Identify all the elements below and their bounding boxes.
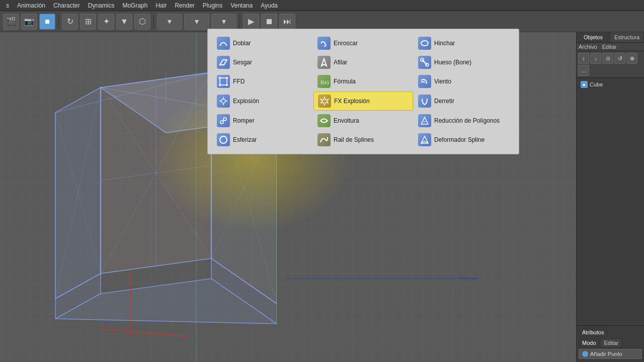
menu-item-dynamics[interactable]: Dynamics bbox=[84, 1, 119, 10]
svg-point-41 bbox=[221, 99, 225, 103]
menu-viento[interactable]: Viento bbox=[414, 72, 514, 90]
toolbar-btn-hex[interactable]: ⬡ bbox=[134, 14, 150, 30]
rt-btn-more[interactable]: … bbox=[578, 65, 589, 76]
svg-marker-31 bbox=[321, 59, 327, 66]
menu-ffd[interactable]: FFD bbox=[213, 72, 312, 90]
menu-bar: s Animación Character Dynamics MoGraph H… bbox=[0, 0, 644, 11]
object-cube[interactable]: ■ Cube bbox=[579, 80, 642, 89]
toolbar-separator-2 bbox=[153, 15, 154, 29]
toolbar-btn-dropdown1[interactable]: ▾ bbox=[157, 14, 182, 30]
afilar-icon bbox=[317, 56, 331, 69]
menu-reduccion[interactable]: Reducción de Polígonos bbox=[414, 112, 514, 130]
menu-deformador-spline[interactable]: Deformador Spline bbox=[414, 131, 514, 149]
menu-item-mograph[interactable]: MoGraph bbox=[118, 1, 151, 10]
menu-explosion[interactable]: Explosión bbox=[213, 92, 312, 111]
menu-item-render[interactable]: Render bbox=[171, 1, 198, 10]
right-toolbar: ↕ ↓ ⊙ ↺ ⊕ … bbox=[577, 51, 644, 78]
svg-point-38 bbox=[219, 84, 221, 86]
rt-btn-rotate[interactable]: ↺ bbox=[614, 53, 625, 64]
cube-label: Cube bbox=[590, 81, 603, 87]
editar-attr-btn[interactable]: Editar bbox=[601, 338, 622, 347]
menu-hinchar[interactable]: Hinchar bbox=[414, 34, 514, 52]
toolbar-btn-record[interactable]: 🎬 bbox=[3, 14, 19, 30]
hueso-label: Hueso (Bone) bbox=[434, 59, 471, 66]
fx-explosion-label: FX Explosión bbox=[334, 98, 370, 105]
rt-btn-plus[interactable]: ⊕ bbox=[626, 53, 637, 64]
svg-line-48 bbox=[223, 120, 224, 121]
menu-item-ventana[interactable]: Ventana bbox=[226, 1, 257, 10]
sesgar-label: Sesgar bbox=[233, 59, 252, 66]
deformador-spline-icon bbox=[418, 133, 431, 146]
hinchar-icon bbox=[418, 37, 431, 50]
menu-envoltura[interactable]: Envoltura bbox=[313, 112, 413, 130]
ffd-label: FFD bbox=[233, 78, 245, 85]
toolbar-btn-star[interactable]: ✦ bbox=[98, 14, 114, 30]
ffd-icon bbox=[217, 75, 230, 88]
toolbar-btn-camera[interactable]: 📷 bbox=[21, 14, 37, 30]
bottom-right-panel: Atributos Modo Editar Añadir Punto bbox=[577, 325, 644, 362]
archivo-label[interactable]: Archivo bbox=[579, 44, 597, 50]
menu-formula[interactable]: f(x) Fórmula bbox=[313, 72, 413, 90]
doblar-icon bbox=[217, 37, 230, 50]
svg-marker-49 bbox=[421, 117, 428, 124]
editar-label[interactable]: Editar bbox=[602, 44, 617, 50]
menu-sesgar[interactable]: Sesgar bbox=[213, 53, 312, 71]
romper-label: Romper bbox=[233, 117, 255, 124]
derretir-icon bbox=[418, 95, 431, 108]
menu-derretir[interactable]: Derretir bbox=[414, 92, 514, 111]
afilar-label: Afilar bbox=[334, 59, 347, 66]
explosion-icon bbox=[217, 95, 230, 108]
right-panel: Objetos Estructura Archivo Editar ↕ ↓ ⊙ … bbox=[576, 32, 644, 362]
cube-icon: ■ bbox=[581, 81, 588, 88]
envoltura-label: Envoltura bbox=[334, 117, 359, 124]
menu-item-animacion[interactable]: Animación bbox=[13, 1, 49, 10]
tab-estructura[interactable]: Estructura bbox=[610, 32, 644, 42]
menu-item-ayuda[interactable]: Ayuda bbox=[257, 1, 282, 10]
toolbar-btn-dropdown3[interactable]: ▾ bbox=[211, 14, 236, 30]
svg-line-32 bbox=[422, 60, 427, 65]
dropdown-menu: Doblar Enroscar Hinchar Sesgar Afilar Hu… bbox=[207, 29, 519, 154]
viento-label: Viento bbox=[434, 78, 451, 85]
doblar-label: Doblar bbox=[233, 40, 251, 47]
reduccion-icon bbox=[418, 114, 431, 127]
menu-enroscar[interactable]: Enroscar bbox=[313, 34, 413, 52]
menu-romper[interactable]: Romper bbox=[213, 112, 312, 130]
toolbar-btn-play[interactable]: ▶ bbox=[243, 14, 259, 30]
toolbar-btn-grid[interactable]: ⊞ bbox=[80, 14, 96, 30]
svg-point-51 bbox=[220, 136, 227, 143]
object-list: ■ Cube bbox=[577, 78, 644, 325]
menu-item-s[interactable]: s bbox=[2, 1, 13, 10]
bottom-right-tabs: Atributos bbox=[579, 328, 642, 337]
rt-btn-down[interactable]: ↓ bbox=[590, 53, 601, 64]
rt-btn-arrows[interactable]: ↕ bbox=[578, 53, 589, 64]
menu-item-character[interactable]: Character bbox=[49, 1, 84, 10]
svg-point-37 bbox=[226, 77, 228, 79]
menu-rail-splines[interactable]: Rail de Splines bbox=[313, 131, 413, 149]
tab-atributos[interactable]: Atributos bbox=[579, 328, 607, 337]
menu-hueso[interactable]: Hueso (Bone) bbox=[414, 53, 514, 71]
svg-rect-35 bbox=[220, 78, 227, 85]
toolbar-btn-cube[interactable]: ■ bbox=[39, 14, 55, 30]
menu-item-plugins[interactable]: Plugins bbox=[199, 1, 226, 10]
toolbar-btn-arrow[interactable]: ▼ bbox=[116, 14, 132, 30]
tab-objetos[interactable]: Objetos bbox=[577, 32, 610, 42]
svg-point-36 bbox=[219, 77, 221, 79]
formula-label: Fórmula bbox=[334, 78, 356, 85]
menu-fx-explosion[interactable]: FX Explosión bbox=[313, 92, 413, 111]
añadir-punto-btn[interactable]: Añadir Punto bbox=[579, 349, 642, 359]
svg-line-28 bbox=[101, 329, 186, 336]
menu-afilar[interactable]: Afilar bbox=[313, 53, 413, 71]
toolbar-btn-stop[interactable]: ⏹ bbox=[261, 14, 277, 30]
menu-item-hair[interactable]: Hair bbox=[151, 1, 171, 10]
toolbar-btn-skip[interactable]: ⏭ bbox=[279, 14, 295, 30]
modo-btn[interactable]: Modo bbox=[579, 338, 600, 347]
svg-point-29 bbox=[421, 41, 428, 46]
toolbar-btn-rotate[interactable]: ↻ bbox=[62, 14, 78, 30]
menu-doblar[interactable]: Doblar bbox=[213, 34, 312, 52]
svg-text:f(x): f(x) bbox=[320, 79, 329, 85]
menu-esferizar[interactable]: Esferizar bbox=[213, 131, 312, 149]
toolbar-separator-3 bbox=[239, 15, 240, 29]
toolbar-btn-dropdown2[interactable]: ▾ bbox=[184, 14, 209, 30]
rail-splines-icon bbox=[317, 133, 331, 146]
rt-btn-circle[interactable]: ⊙ bbox=[602, 53, 613, 64]
